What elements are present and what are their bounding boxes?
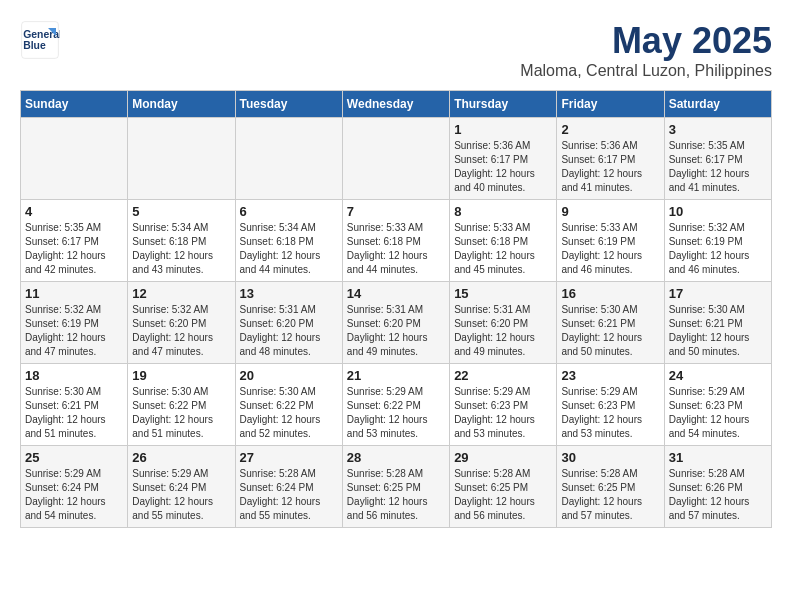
day-info: Sunrise: 5:31 AM Sunset: 6:20 PM Dayligh… (454, 303, 552, 359)
day-number: 21 (347, 368, 445, 383)
day-info: Sunrise: 5:29 AM Sunset: 6:23 PM Dayligh… (454, 385, 552, 441)
calendar-cell (235, 118, 342, 200)
calendar-cell: 25Sunrise: 5:29 AM Sunset: 6:24 PM Dayli… (21, 446, 128, 528)
day-info: Sunrise: 5:36 AM Sunset: 6:17 PM Dayligh… (454, 139, 552, 195)
calendar-cell: 30Sunrise: 5:28 AM Sunset: 6:25 PM Dayli… (557, 446, 664, 528)
day-number: 30 (561, 450, 659, 465)
calendar-cell: 21Sunrise: 5:29 AM Sunset: 6:22 PM Dayli… (342, 364, 449, 446)
calendar-cell: 9Sunrise: 5:33 AM Sunset: 6:19 PM Daylig… (557, 200, 664, 282)
calendar-cell: 2Sunrise: 5:36 AM Sunset: 6:17 PM Daylig… (557, 118, 664, 200)
day-header-sunday: Sunday (21, 91, 128, 118)
day-info: Sunrise: 5:33 AM Sunset: 6:19 PM Dayligh… (561, 221, 659, 277)
day-info: Sunrise: 5:33 AM Sunset: 6:18 PM Dayligh… (347, 221, 445, 277)
day-info: Sunrise: 5:29 AM Sunset: 6:23 PM Dayligh… (561, 385, 659, 441)
calendar-cell: 28Sunrise: 5:28 AM Sunset: 6:25 PM Dayli… (342, 446, 449, 528)
calendar-cell: 16Sunrise: 5:30 AM Sunset: 6:21 PM Dayli… (557, 282, 664, 364)
day-number: 25 (25, 450, 123, 465)
day-info: Sunrise: 5:30 AM Sunset: 6:22 PM Dayligh… (240, 385, 338, 441)
day-header-monday: Monday (128, 91, 235, 118)
day-number: 8 (454, 204, 552, 219)
calendar-cell: 22Sunrise: 5:29 AM Sunset: 6:23 PM Dayli… (450, 364, 557, 446)
calendar-cell: 27Sunrise: 5:28 AM Sunset: 6:24 PM Dayli… (235, 446, 342, 528)
day-number: 31 (669, 450, 767, 465)
svg-text:Blue: Blue (23, 40, 46, 51)
calendar-cell (21, 118, 128, 200)
calendar-cell: 24Sunrise: 5:29 AM Sunset: 6:23 PM Dayli… (664, 364, 771, 446)
day-number: 24 (669, 368, 767, 383)
calendar-cell: 19Sunrise: 5:30 AM Sunset: 6:22 PM Dayli… (128, 364, 235, 446)
week-row-4: 18Sunrise: 5:30 AM Sunset: 6:21 PM Dayli… (21, 364, 772, 446)
header-row: SundayMondayTuesdayWednesdayThursdayFrid… (21, 91, 772, 118)
day-number: 23 (561, 368, 659, 383)
day-info: Sunrise: 5:29 AM Sunset: 6:24 PM Dayligh… (25, 467, 123, 523)
day-number: 2 (561, 122, 659, 137)
day-info: Sunrise: 5:30 AM Sunset: 6:21 PM Dayligh… (669, 303, 767, 359)
week-row-5: 25Sunrise: 5:29 AM Sunset: 6:24 PM Dayli… (21, 446, 772, 528)
day-info: Sunrise: 5:32 AM Sunset: 6:20 PM Dayligh… (132, 303, 230, 359)
day-info: Sunrise: 5:32 AM Sunset: 6:19 PM Dayligh… (25, 303, 123, 359)
day-info: Sunrise: 5:33 AM Sunset: 6:18 PM Dayligh… (454, 221, 552, 277)
day-header-tuesday: Tuesday (235, 91, 342, 118)
calendar-cell: 11Sunrise: 5:32 AM Sunset: 6:19 PM Dayli… (21, 282, 128, 364)
day-info: Sunrise: 5:34 AM Sunset: 6:18 PM Dayligh… (132, 221, 230, 277)
calendar-cell: 14Sunrise: 5:31 AM Sunset: 6:20 PM Dayli… (342, 282, 449, 364)
week-row-1: 1Sunrise: 5:36 AM Sunset: 6:17 PM Daylig… (21, 118, 772, 200)
calendar-cell: 3Sunrise: 5:35 AM Sunset: 6:17 PM Daylig… (664, 118, 771, 200)
day-number: 20 (240, 368, 338, 383)
page-header: General Blue May 2025 Maloma, Central Lu… (20, 20, 772, 80)
day-info: Sunrise: 5:30 AM Sunset: 6:21 PM Dayligh… (25, 385, 123, 441)
day-header-friday: Friday (557, 91, 664, 118)
calendar-cell: 1Sunrise: 5:36 AM Sunset: 6:17 PM Daylig… (450, 118, 557, 200)
day-info: Sunrise: 5:30 AM Sunset: 6:22 PM Dayligh… (132, 385, 230, 441)
week-row-3: 11Sunrise: 5:32 AM Sunset: 6:19 PM Dayli… (21, 282, 772, 364)
day-number: 11 (25, 286, 123, 301)
day-number: 26 (132, 450, 230, 465)
day-number: 1 (454, 122, 552, 137)
day-number: 28 (347, 450, 445, 465)
day-info: Sunrise: 5:32 AM Sunset: 6:19 PM Dayligh… (669, 221, 767, 277)
day-info: Sunrise: 5:29 AM Sunset: 6:24 PM Dayligh… (132, 467, 230, 523)
calendar-cell: 4Sunrise: 5:35 AM Sunset: 6:17 PM Daylig… (21, 200, 128, 282)
day-info: Sunrise: 5:34 AM Sunset: 6:18 PM Dayligh… (240, 221, 338, 277)
calendar-cell: 29Sunrise: 5:28 AM Sunset: 6:25 PM Dayli… (450, 446, 557, 528)
day-number: 10 (669, 204, 767, 219)
day-number: 27 (240, 450, 338, 465)
day-info: Sunrise: 5:36 AM Sunset: 6:17 PM Dayligh… (561, 139, 659, 195)
day-info: Sunrise: 5:31 AM Sunset: 6:20 PM Dayligh… (347, 303, 445, 359)
day-header-thursday: Thursday (450, 91, 557, 118)
day-number: 7 (347, 204, 445, 219)
title-block: May 2025 Maloma, Central Luzon, Philippi… (520, 20, 772, 80)
week-row-2: 4Sunrise: 5:35 AM Sunset: 6:17 PM Daylig… (21, 200, 772, 282)
calendar-cell: 23Sunrise: 5:29 AM Sunset: 6:23 PM Dayli… (557, 364, 664, 446)
calendar-cell (342, 118, 449, 200)
calendar-cell: 12Sunrise: 5:32 AM Sunset: 6:20 PM Dayli… (128, 282, 235, 364)
day-header-saturday: Saturday (664, 91, 771, 118)
calendar-cell (128, 118, 235, 200)
calendar-cell: 26Sunrise: 5:29 AM Sunset: 6:24 PM Dayli… (128, 446, 235, 528)
calendar-cell: 13Sunrise: 5:31 AM Sunset: 6:20 PM Dayli… (235, 282, 342, 364)
day-info: Sunrise: 5:29 AM Sunset: 6:22 PM Dayligh… (347, 385, 445, 441)
day-number: 18 (25, 368, 123, 383)
day-info: Sunrise: 5:28 AM Sunset: 6:25 PM Dayligh… (561, 467, 659, 523)
day-number: 6 (240, 204, 338, 219)
day-number: 5 (132, 204, 230, 219)
day-info: Sunrise: 5:29 AM Sunset: 6:23 PM Dayligh… (669, 385, 767, 441)
day-number: 22 (454, 368, 552, 383)
location-subtitle: Maloma, Central Luzon, Philippines (520, 62, 772, 80)
calendar-cell: 17Sunrise: 5:30 AM Sunset: 6:21 PM Dayli… (664, 282, 771, 364)
day-number: 19 (132, 368, 230, 383)
day-number: 12 (132, 286, 230, 301)
calendar-cell: 7Sunrise: 5:33 AM Sunset: 6:18 PM Daylig… (342, 200, 449, 282)
day-header-wednesday: Wednesday (342, 91, 449, 118)
calendar-cell: 6Sunrise: 5:34 AM Sunset: 6:18 PM Daylig… (235, 200, 342, 282)
day-info: Sunrise: 5:31 AM Sunset: 6:20 PM Dayligh… (240, 303, 338, 359)
calendar-cell: 5Sunrise: 5:34 AM Sunset: 6:18 PM Daylig… (128, 200, 235, 282)
day-info: Sunrise: 5:28 AM Sunset: 6:25 PM Dayligh… (347, 467, 445, 523)
calendar-cell: 18Sunrise: 5:30 AM Sunset: 6:21 PM Dayli… (21, 364, 128, 446)
day-info: Sunrise: 5:35 AM Sunset: 6:17 PM Dayligh… (669, 139, 767, 195)
calendar-cell: 8Sunrise: 5:33 AM Sunset: 6:18 PM Daylig… (450, 200, 557, 282)
calendar-cell: 31Sunrise: 5:28 AM Sunset: 6:26 PM Dayli… (664, 446, 771, 528)
month-title: May 2025 (520, 20, 772, 62)
calendar-cell: 15Sunrise: 5:31 AM Sunset: 6:20 PM Dayli… (450, 282, 557, 364)
day-info: Sunrise: 5:28 AM Sunset: 6:26 PM Dayligh… (669, 467, 767, 523)
